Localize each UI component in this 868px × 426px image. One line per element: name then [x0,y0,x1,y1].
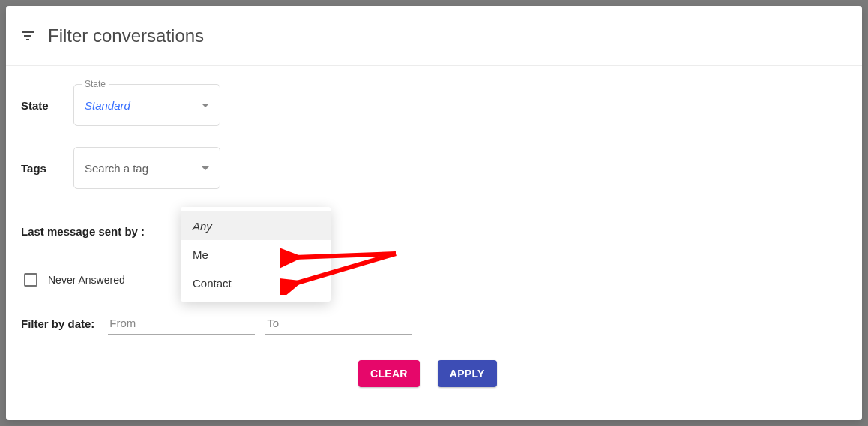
panel-header: Filter conversations [6,6,862,66]
chevron-down-icon [202,104,209,107]
last-message-label: Last message sent by : [21,225,145,238]
panel-body: State State Standard Tags Search a tag L… [6,66,862,402]
never-answered-row: Never Answered [24,273,847,286]
chevron-down-icon [202,166,209,170]
tags-row: Tags Search a tag [21,147,847,189]
date-to-input[interactable] [265,312,412,334]
tags-label: Tags [21,162,73,175]
dropdown-item-contact[interactable]: Contact [181,268,331,297]
filter-panel: Filter conversations State State Standar… [6,6,862,420]
clear-button[interactable]: CLEAR [358,360,420,387]
dropdown-item-any[interactable]: Any [181,212,331,240]
panel-title: Filter conversations [48,26,204,46]
last-message-row: Last message sent by : [21,210,847,252]
state-label: State [21,99,73,112]
state-float-label: State [82,79,109,89]
apply-button[interactable]: APPLY [438,360,497,387]
state-select[interactable]: State Standard [73,84,220,126]
last-message-dropdown: Any Me Contact [181,207,331,302]
tags-placeholder: Search a tag [85,162,202,175]
date-row: Filter by date: [21,312,847,334]
never-answered-label: Never Answered [48,274,125,286]
button-row: CLEAR APPLY [358,360,847,387]
never-answered-checkbox[interactable] [24,273,37,286]
state-row: State State Standard [21,84,847,126]
date-label: Filter by date: [21,317,94,330]
tags-select[interactable]: Search a tag [73,147,220,189]
date-from-input[interactable] [108,312,255,334]
state-value: Standard [85,99,202,112]
filter-icon [21,29,34,43]
dropdown-item-me[interactable]: Me [181,240,331,268]
